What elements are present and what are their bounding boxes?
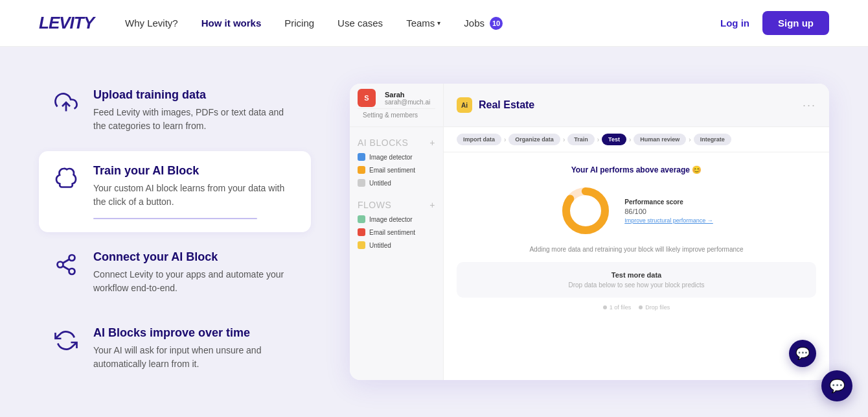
score-label: Performance score <box>624 198 713 206</box>
performance-hint: Adding more data and retraining your blo… <box>529 246 743 253</box>
app-main-content: Import data › Organize data › Train › Te… <box>444 127 829 380</box>
main-content: Upload training data Feed Levity with im… <box>0 47 868 417</box>
chat-bubble-corner[interactable]: 💬 <box>821 370 852 401</box>
svg-point-7 <box>566 191 605 230</box>
logo[interactable]: LEVITY <box>39 13 94 33</box>
block-color-dot <box>358 179 365 187</box>
feature-upload-text: Upload training data Feed Levity with im… <box>93 88 298 133</box>
feature-upload[interactable]: Upload training data Feed Levity with im… <box>39 75 311 146</box>
user-email: sarah@much.ai <box>385 99 430 106</box>
footer-item-1: 1 of files <box>603 304 632 311</box>
feature-train-text: Train your AI Block Your custom AI block… <box>93 164 298 219</box>
sidebar-email-sentiment-block[interactable]: Email sentiment <box>350 163 443 176</box>
features-panel: Upload training data Feed Levity with im… <box>39 75 311 389</box>
pipeline-arrow: › <box>629 136 631 143</box>
sidebar-untitled-flow[interactable]: Untitled <box>350 239 443 252</box>
donut-chart <box>560 185 611 237</box>
block-color-dot <box>358 153 365 161</box>
pipeline-organize[interactable]: Organize data <box>508 134 560 145</box>
pipeline-integrate[interactable]: Integrate <box>694 134 731 145</box>
app-user-area: S Sarah sarah@much.ai Setting & members <box>350 84 444 126</box>
main-nav: Why Levity? How it works Pricing Use cas… <box>125 17 720 30</box>
feature-improve[interactable]: AI Blocks improve over time Your AI will… <box>39 313 311 384</box>
workspace-header: Ai Real Estate ··· <box>444 84 829 126</box>
performance-chart: Performance score 86/100 Improve structu… <box>560 185 713 237</box>
svg-point-2 <box>58 261 63 267</box>
header-actions: Log in Sign up <box>720 11 829 35</box>
feature-improve-text: AI Blocks improve over time Your AI will… <box>93 326 298 371</box>
test-more-title: Test more data <box>476 271 797 279</box>
test-more-box: Test more data Drop data below to see ho… <box>457 262 816 298</box>
flow-color-dot <box>358 241 365 249</box>
app-footer: 1 of files Drop files <box>603 304 670 311</box>
pipeline-steps: Import data › Organize data › Train › Te… <box>444 127 829 152</box>
svg-point-3 <box>69 268 75 274</box>
login-button[interactable]: Log in <box>720 18 749 29</box>
pipeline-arrow: › <box>689 136 691 143</box>
footer-item-2: Drop files <box>639 304 670 311</box>
pipeline-import[interactable]: Import data <box>457 134 501 145</box>
test-more-subtitle: Drop data below to see how your block pr… <box>476 281 797 289</box>
flows-section: FLOWS + <box>350 195 443 213</box>
jobs-badge: 10 <box>490 17 503 30</box>
upload-icon <box>52 88 80 117</box>
pipeline-arrow: › <box>563 136 565 143</box>
footer-dot <box>603 305 607 309</box>
workspace-logo: Ai <box>457 97 472 113</box>
performance-info: Performance score 86/100 Improve structu… <box>624 198 713 224</box>
add-flow-icon[interactable]: + <box>429 200 435 210</box>
user-avatar: S <box>358 89 376 107</box>
settings-link[interactable]: Setting & members <box>358 108 435 121</box>
pipeline-arrow: › <box>597 136 599 143</box>
feature-connect-text: Connect your AI Block Connect Levity to … <box>93 250 298 295</box>
nav-use-cases[interactable]: Use cases <box>337 18 383 29</box>
user-name: Sarah <box>385 91 430 99</box>
feature-divider <box>93 218 257 219</box>
connect-icon <box>52 250 80 279</box>
performance-area: Your AI performs above average 😊 Perform… <box>444 152 829 380</box>
improve-link[interactable]: Improve structural performance → <box>624 217 713 224</box>
refresh-icon <box>52 326 80 355</box>
app-mockup: S Sarah sarah@much.ai Setting & members … <box>350 84 829 380</box>
pipeline-human-review[interactable]: Human review <box>634 134 686 145</box>
nav-teams[interactable]: Teams ▾ <box>406 18 440 29</box>
svg-line-5 <box>63 259 69 263</box>
flow-color-dot <box>358 228 365 236</box>
block-color-dot <box>358 166 365 174</box>
brain-icon <box>52 164 80 193</box>
chevron-down-icon: ▾ <box>437 19 440 27</box>
sidebar-image-detector-flow[interactable]: Image detector <box>350 213 443 226</box>
feature-train[interactable]: Train your AI Block Your custom AI block… <box>39 151 311 232</box>
nav-how-it-works[interactable]: How it works <box>201 18 262 29</box>
svg-line-4 <box>63 266 69 270</box>
sidebar-email-sentiment-flow[interactable]: Email sentiment <box>350 226 443 239</box>
chat-bubble-mockup[interactable]: 💬 <box>789 340 816 367</box>
sidebar-image-detector-block[interactable]: Image detector <box>350 150 443 163</box>
performance-label: Your AI performs above average 😊 <box>571 165 702 174</box>
signup-button[interactable]: Sign up <box>762 11 829 35</box>
feature-connect[interactable]: Connect your AI Block Connect Levity to … <box>39 237 311 308</box>
nav-jobs[interactable]: Jobs 10 <box>464 17 503 30</box>
workspace-title: Real Estate <box>479 99 803 111</box>
ai-blocks-section: AI BLOCKS + <box>350 132 443 150</box>
svg-point-1 <box>69 255 75 261</box>
sidebar-untitled-block[interactable]: Untitled <box>350 176 443 189</box>
pipeline-test[interactable]: Test <box>602 134 626 145</box>
score-value: 86/100 <box>624 208 713 215</box>
header: LEVITY Why Levity? How it works Pricing … <box>0 0 868 47</box>
app-sidebar: AI BLOCKS + Image detector Email sentime… <box>350 127 444 380</box>
pipeline-arrow: › <box>504 136 506 143</box>
pipeline-train[interactable]: Train <box>567 134 595 145</box>
more-options-icon[interactable]: ··· <box>803 99 816 112</box>
flow-color-dot <box>358 215 365 223</box>
nav-why-levity[interactable]: Why Levity? <box>125 18 178 29</box>
add-block-icon[interactable]: + <box>429 137 435 148</box>
footer-dot <box>639 305 643 309</box>
nav-pricing[interactable]: Pricing <box>284 18 314 29</box>
